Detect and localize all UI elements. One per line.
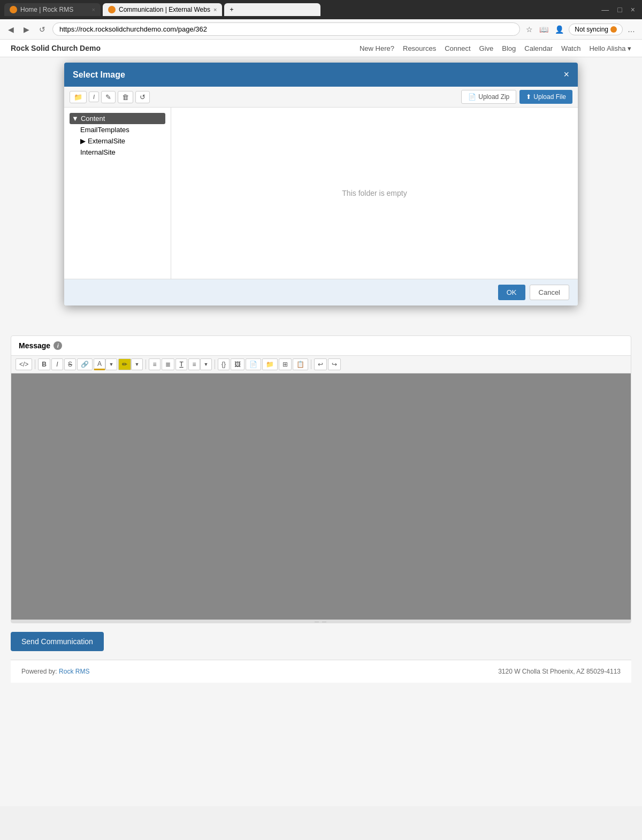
refresh-button[interactable]: ↺	[36, 24, 48, 35]
page-content: Select Image × 📁 I ✎ 🗑 ↺ 📄 Upload Zip ⬆ …	[0, 57, 642, 806]
upload-file-button[interactable]: ⬆ Upload File	[519, 90, 572, 104]
editor-btn-align[interactable]: ≡	[188, 358, 200, 370]
close-button[interactable]: ×	[628, 4, 638, 15]
tab2-label: Communication | External Webs	[119, 6, 210, 13]
tree-arrow-external: ▶	[80, 137, 86, 145]
editor-btn-code-view[interactable]: {}	[218, 358, 230, 370]
editor-btn-italic[interactable]: I	[51, 358, 63, 370]
editor-btn-redo[interactable]: ↪	[328, 358, 341, 370]
editor-toolbar: </> B I S 🔗 A ▼ ✏ ▼ ≡ ≣ T ≡	[11, 356, 631, 373]
editor-btn-font-color[interactable]: A	[94, 358, 105, 370]
tree-item-email-templates[interactable]: EmailTemplates	[78, 124, 165, 135]
editor-btn-align-dropdown[interactable]: ▼	[200, 358, 212, 370]
message-info-icon[interactable]: i	[54, 341, 62, 350]
rock-rms-link[interactable]: Rock RMS	[59, 668, 89, 675]
ok-button[interactable]: OK	[498, 285, 525, 300]
maximize-button[interactable]: □	[615, 4, 624, 15]
editor-btn-ordered-list[interactable]: ≡	[149, 358, 160, 370]
toolbar-refresh-button[interactable]: ↺	[135, 91, 150, 103]
modal-footer: OK Cancel	[64, 279, 578, 306]
toolbar-delete-button[interactable]: 🗑	[118, 91, 133, 103]
nav-link-new-here[interactable]: New Here?	[360, 44, 394, 52]
reading-view-button[interactable]: 📖	[538, 24, 550, 35]
editor-body[interactable]	[11, 373, 631, 620]
empty-folder-text: This folder is empty	[342, 189, 407, 197]
nav-link-watch[interactable]: Watch	[561, 44, 580, 52]
new-tab-button[interactable]: +	[224, 3, 320, 16]
browser-nav-bar: ◀ ▶ ↺ ☆ 📖 👤 Not syncing …	[0, 19, 642, 40]
nav-link-blog[interactable]: Blog	[502, 44, 516, 52]
tab2-close[interactable]: ×	[213, 6, 217, 13]
highlight-group: ✏ ▼	[118, 358, 143, 370]
toolbar-italic-button[interactable]: I	[89, 91, 99, 102]
back-button[interactable]: ◀	[5, 24, 17, 35]
upload-zip-icon: 📄	[468, 93, 476, 101]
editor-btn-file[interactable]: 📄	[246, 358, 261, 370]
editor-btn-doc[interactable]: 📋	[293, 358, 308, 370]
tree-label-external-site: ExternalSite	[88, 137, 125, 145]
tab1-label: Home | Rock RMS	[20, 6, 73, 13]
upload-zip-button[interactable]: 📄 Upload Zip	[461, 90, 516, 104]
modal-close-button[interactable]: ×	[563, 69, 569, 80]
editor-btn-format-clear[interactable]: T	[175, 358, 187, 370]
tab2-favicon	[108, 6, 116, 13]
browser-tab-2[interactable]: Communication | External Webs ×	[103, 3, 222, 16]
site-footer: Powered by: Rock RMS 3120 W Cholla St Ph…	[11, 660, 631, 683]
editor-btn-code[interactable]: </>	[16, 358, 32, 370]
url-bar[interactable]	[52, 22, 520, 36]
nav-link-hello-alisha[interactable]: Hello Alisha ▾	[589, 44, 631, 52]
bookmark-star-button[interactable]: ☆	[524, 24, 534, 35]
editor-btn-bold[interactable]: B	[38, 358, 50, 370]
resize-dots-icon: — —	[315, 619, 327, 624]
tree-label-internal-site: InternalSite	[80, 148, 116, 156]
tree-item-external-site[interactable]: ▶ ExternalSite	[78, 135, 165, 147]
select-image-modal: Select Image × 📁 I ✎ 🗑 ↺ 📄 Upload Zip ⬆ …	[64, 63, 578, 306]
tab1-close[interactable]: ×	[92, 6, 95, 13]
more-button[interactable]: …	[626, 24, 637, 35]
editor-btn-link[interactable]: 🔗	[77, 358, 93, 370]
editor-btn-font-color-dropdown[interactable]: ▼	[105, 358, 117, 370]
modal-header: Select Image ×	[64, 63, 578, 87]
minimize-button[interactable]: —	[599, 4, 612, 15]
toolbar-folder-button[interactable]: 📁	[70, 91, 87, 103]
browser-title-bar: Home | Rock RMS × Communication | Extern…	[0, 0, 642, 19]
footer-powered-by: Powered by: Rock RMS	[21, 668, 89, 675]
upload-file-icon: ⬆	[526, 93, 531, 101]
editor-btn-folder[interactable]: 📁	[262, 358, 278, 370]
browser-chrome: Home | Rock RMS × Communication | Extern…	[0, 0, 642, 40]
site-nav-links: New Here? Resources Connect Give Blog Ca…	[360, 44, 631, 52]
site-nav: Rock Solid Church Demo New Here? Resourc…	[0, 40, 642, 57]
nav-link-resources[interactable]: Resources	[403, 44, 436, 52]
editor-btn-image[interactable]: 🖼	[231, 358, 244, 370]
nav-link-give[interactable]: Give	[479, 44, 494, 52]
upload-file-label: Upload File	[533, 93, 566, 101]
editor-btn-highlight[interactable]: ✏	[118, 358, 131, 370]
tree-item-content[interactable]: ▼ Content	[70, 113, 165, 124]
tab1-favicon	[10, 6, 17, 13]
sync-dot-icon	[610, 26, 617, 33]
editor-btn-undo[interactable]: ↩	[314, 358, 327, 370]
cancel-button[interactable]: Cancel	[530, 285, 569, 300]
toolbar-edit-button[interactable]: ✎	[101, 91, 116, 103]
editor-resize-handle[interactable]: — —	[11, 620, 631, 623]
editor-btn-unordered-list[interactable]: ≣	[162, 358, 174, 370]
nav-link-calendar[interactable]: Calendar	[524, 44, 553, 52]
toolbar-separator-2	[146, 360, 146, 369]
file-tree: ▼ Content EmailTemplates ▶ ExternalSite …	[64, 108, 171, 279]
editor-btn-highlight-dropdown[interactable]: ▼	[131, 358, 143, 370]
sync-button[interactable]: Not syncing	[569, 24, 623, 35]
account-button[interactable]: 👤	[553, 24, 565, 35]
footer-address: 3120 W Cholla St Phoenix, AZ 85029-4113	[498, 668, 621, 675]
forward-button[interactable]: ▶	[21, 24, 32, 35]
nav-icons: ☆ 📖 👤 Not syncing …	[524, 24, 637, 35]
section-label-message: Message i	[11, 336, 631, 356]
nav-link-connect[interactable]: Connect	[445, 44, 470, 52]
browser-tab-1[interactable]: Home | Rock RMS ×	[4, 3, 101, 16]
editor-btn-strikethrough[interactable]: S	[64, 358, 76, 370]
tree-children: EmailTemplates ▶ ExternalSite InternalSi…	[70, 124, 165, 158]
message-label: Message	[19, 341, 50, 350]
send-communication-button[interactable]: Send Communication	[11, 632, 104, 651]
tree-item-internal-site[interactable]: InternalSite	[78, 147, 165, 158]
tree-label-content: Content	[81, 114, 105, 123]
editor-btn-table[interactable]: ⊞	[279, 358, 292, 370]
